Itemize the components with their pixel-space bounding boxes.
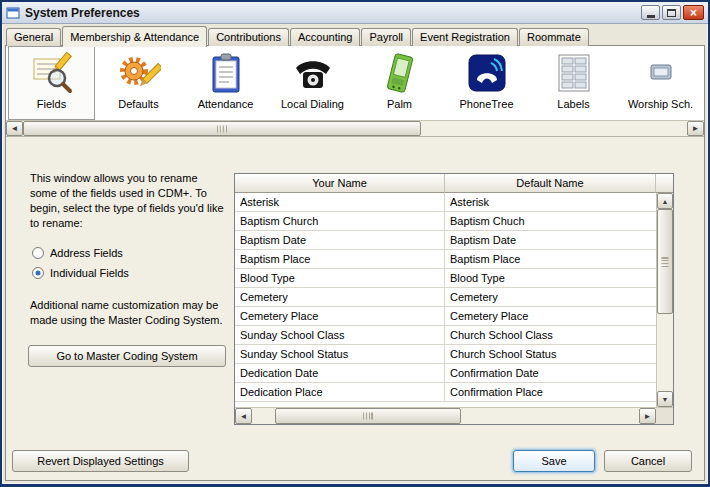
default-name-cell: Baptism Chuch — [445, 212, 656, 230]
toolbar-label: Local Dialing — [281, 98, 344, 110]
default-name-cell: Baptism Date — [445, 231, 656, 249]
default-name-cell: Cemetery Place — [445, 307, 656, 325]
your-name-cell: Asterisk — [235, 193, 445, 211]
radio-button-icon — [32, 267, 44, 279]
your-name-cell: Baptism Date — [235, 231, 445, 249]
scroll-thumb[interactable] — [23, 121, 421, 136]
your-name-cell: Cemetery Place — [235, 307, 445, 325]
table-row[interactable]: AsteriskAsterisk — [235, 193, 656, 212]
scroll-track[interactable] — [657, 209, 673, 391]
close-icon: × — [690, 7, 697, 19]
default-name-cell: Church School Class — [445, 326, 656, 344]
table-row[interactable]: Cemetery PlaceCemetery Place — [235, 307, 656, 326]
scroll-down-arrow[interactable]: ▼ — [657, 391, 673, 407]
your-name-cell: Sunday School Status — [235, 345, 445, 363]
master-coding-button[interactable]: Go to Master Coding System — [28, 345, 226, 367]
table-rows: AsteriskAsterisk Baptism ChurchBaptism C… — [235, 193, 656, 407]
scroll-up-arrow[interactable]: ▲ — [657, 193, 673, 209]
palm-icon — [378, 51, 422, 95]
default-name-cell: Confirmation Date — [445, 364, 656, 382]
your-name-cell: Baptism Church — [235, 212, 445, 230]
revert-button[interactable]: Revert Displayed Settings — [12, 450, 189, 472]
tab-general[interactable]: General — [6, 28, 61, 46]
fields-icon — [30, 51, 74, 95]
worship-schedule-icon — [639, 51, 683, 95]
toolbar-label: Labels — [557, 98, 589, 110]
toolbar-item-worship-schedule[interactable]: Worship Sch. — [617, 46, 704, 120]
scroll-thumb[interactable] — [275, 408, 461, 424]
toolbar-item-local-dialing[interactable]: Local Dialing — [269, 46, 356, 120]
table-header-row: Your Name Default Name — [235, 174, 673, 193]
tab-contributions[interactable]: Contributions — [208, 28, 289, 46]
tab-membership-attendance[interactable]: Membership & Attendance — [62, 26, 207, 47]
toolbar-label: Palm — [387, 98, 412, 110]
your-name-cell: Blood Type — [235, 269, 445, 287]
radio-individual-fields[interactable]: Individual Fields — [32, 267, 129, 279]
table-vertical-scrollbar[interactable]: ▲ ▼ — [656, 193, 673, 407]
titlebar[interactable]: System Preferences × — [2, 2, 708, 24]
radio-button-icon — [32, 247, 44, 259]
table-row[interactable]: Blood TypeBlood Type — [235, 269, 656, 288]
scrollbar-corner — [656, 408, 673, 424]
toolbar-label: Worship Sch. — [628, 98, 693, 110]
app-icon — [6, 6, 20, 20]
table-body: AsteriskAsterisk Baptism ChurchBaptism C… — [235, 193, 673, 407]
default-name-cell: Cemetery — [445, 288, 656, 306]
note-text: Additional name customization may be mad… — [30, 298, 235, 328]
radio-address-fields[interactable]: Address Fields — [32, 247, 123, 259]
minimize-button[interactable] — [641, 5, 660, 20]
tab-payroll[interactable]: Payroll — [361, 28, 411, 46]
cancel-button[interactable]: Cancel — [604, 450, 692, 472]
toolbar-item-attendance[interactable]: Attendance — [182, 46, 269, 120]
column-header-default-name[interactable]: Default Name — [445, 174, 656, 193]
scroll-left-arrow[interactable]: ◄ — [235, 408, 252, 424]
fields-table: Your Name Default Name AsteriskAsterisk … — [234, 173, 674, 425]
system-preferences-window: System Preferences × General Membership … — [0, 0, 710, 487]
tab-roommate[interactable]: Roommate — [519, 28, 589, 46]
column-header-your-name[interactable]: Your Name — [235, 174, 445, 193]
radio-label: Address Fields — [50, 247, 123, 259]
table-row[interactable]: Baptism PlaceBaptism Place — [235, 250, 656, 269]
toolbar-label: Fields — [37, 98, 66, 110]
table-horizontal-scrollbar[interactable]: ◄ ► — [235, 407, 673, 424]
save-button[interactable]: Save — [513, 450, 595, 472]
table-row[interactable]: CemeteryCemetery — [235, 288, 656, 307]
phonetree-icon — [465, 51, 509, 95]
tab-accounting[interactable]: Accounting — [290, 28, 360, 46]
scroll-left-arrow[interactable]: ◄ — [6, 121, 23, 136]
default-name-cell: Baptism Place — [445, 250, 656, 268]
table-row[interactable]: Baptism DateBaptism Date — [235, 231, 656, 250]
tab-event-registration[interactable]: Event Registration — [412, 28, 518, 46]
table-row[interactable]: Sunday School ClassChurch School Class — [235, 326, 656, 345]
maximize-button[interactable] — [662, 5, 681, 20]
toolbar-item-palm[interactable]: Palm — [356, 46, 443, 120]
table-row[interactable]: Dedication DateConfirmation Date — [235, 364, 656, 383]
your-name-cell: Dedication Date — [235, 364, 445, 382]
your-name-cell: Cemetery — [235, 288, 445, 306]
tab-strip: General Membership & Attendance Contribu… — [5, 25, 705, 46]
local-dialing-icon — [291, 51, 335, 95]
your-name-cell: Baptism Place — [235, 250, 445, 268]
tab-page: Fields Defaults — [5, 45, 705, 481]
scroll-thumb[interactable] — [657, 209, 673, 314]
content-area: This window allows you to rename some of… — [6, 137, 704, 446]
minimize-icon — [647, 15, 655, 18]
column-header-filler — [656, 174, 673, 193]
scroll-track[interactable] — [252, 408, 639, 424]
toolbar-item-defaults[interactable]: Defaults — [95, 46, 182, 120]
table-row[interactable]: Baptism ChurchBaptism Chuch — [235, 212, 656, 231]
table-row[interactable]: Sunday School StatusChurch School Status — [235, 345, 656, 364]
default-name-cell: Church School Status — [445, 345, 656, 363]
table-row[interactable]: Dedication PlaceConfirmation Place — [235, 383, 656, 402]
scroll-right-arrow[interactable]: ► — [639, 408, 656, 424]
toolbar-label: PhoneTree — [459, 98, 513, 110]
toolbar-item-labels[interactable]: Labels — [530, 46, 617, 120]
scroll-track[interactable] — [23, 121, 687, 136]
toolbar-item-fields[interactable]: Fields — [8, 46, 95, 120]
toolbar-scrollbar[interactable]: ◄ ► — [6, 120, 704, 137]
scroll-right-arrow[interactable]: ► — [687, 121, 704, 136]
intro-text: This window allows you to rename some of… — [30, 171, 235, 231]
toolbar-item-phonetree[interactable]: PhoneTree — [443, 46, 530, 120]
close-button[interactable]: × — [683, 5, 704, 20]
radio-label: Individual Fields — [50, 267, 129, 279]
